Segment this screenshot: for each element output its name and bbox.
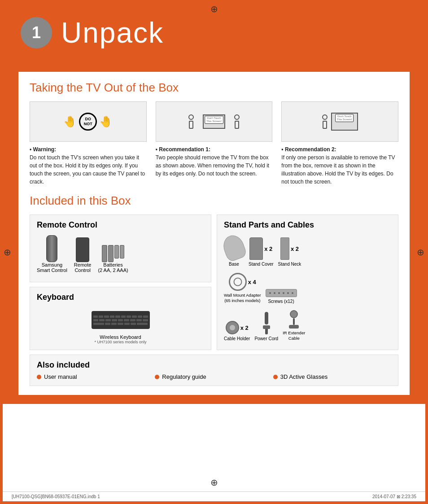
also-included-items: User manual Regulatory guide 3D Active G… [37,373,391,380]
batteries-label: Batteries(2 AA, 2 AAA) [98,262,128,273]
tv-held-illustration: Don't TouchThis Screen! [203,114,225,129]
also-included-title: Also included [37,360,391,370]
hand-right-icon: 🤚 [99,115,113,128]
page-title: Unpack [61,16,164,49]
base-label: Base [229,262,239,267]
stand-row1: Base x 2 Stand Cover [224,235,391,267]
page: ⊕ 1 Unpack Taking the TV Out of the Box … [0,0,428,504]
cable-holder-qty: x 2 [240,324,249,331]
remotes-row: SamsungSmart Control RemoteControl [37,235,204,273]
wall-mount-item: x 4 Wall Mount Adapter(65 inches models) [224,273,261,304]
crosshair-left-icon: ⊕ [4,247,11,258]
power-cord-item: Power Cord [254,312,278,341]
keyboard-note: * UH7100 series models only [94,340,146,344]
main-content: Taking the TV Out of the Box 🤚 DONOT 🤚 [3,63,425,404]
rec2-caption: Recommendation 2: If only one person is … [281,145,398,186]
wall-mount-visual: x 4 [229,273,256,291]
also-included-box: Also included User manual Regulatory gui… [30,355,398,386]
dont-touch-badge1: Don't TouchThis Screen! [205,116,223,124]
keyboard-visual [92,311,150,329]
stand-neck-label: Stand Neck [278,262,301,267]
rec2-title: Recommendation 2: [281,146,336,153]
person1 [188,114,194,129]
batteries-item: Batteries(2 AA, 2 AAA) [98,245,128,273]
screws-item: Screws (x12) [266,289,297,304]
stand-neck-qty: x 2 [291,245,299,252]
keyboard-box: Keyboard [30,287,211,350]
also-item-regulatory-label: Regulatory guide [162,373,206,380]
crosshair-top-icon: ⊕ [210,4,218,14]
power-cord-visual [263,312,270,334]
rec2-text: If only one person is available to remov… [281,154,395,185]
stand-neck-item: x 2 Stand Neck [278,237,301,267]
crosshair-right-icon: ⊕ [417,247,424,258]
warning-text: Do not touch the TV's screen when you ta… [30,154,145,185]
taking-out-section: Taking the TV Out of the Box 🤚 DONOT 🤚 [30,81,398,186]
bullet-icon-regulatory [155,375,159,379]
person3 [322,114,328,129]
keyboard-label: Wireless Keyboard [100,334,141,340]
wall-mount-label: Wall Mount Adapter(65 inches models) [224,293,261,304]
ir-extender-visual [289,310,299,329]
rec1-text: Two people should remove the TV from the… [156,154,269,177]
smart-control-visual [46,235,57,262]
remote-control-box: Remote Control SamsungSmart Control [30,215,211,282]
warning-col: 🤚 DONOT 🤚 Warning: Do not touch the TV's… [30,101,147,186]
boxes-row: Remote Control SamsungSmart Control [30,215,398,350]
screws-label: Screws (x12) [268,299,294,304]
left-col: Remote Control SamsungSmart Control [30,215,211,350]
rec1-caption: Recommendation 1: Two people should remo… [156,145,273,178]
warning-caption: Warning: Do not touch the TV's screen wh… [30,145,147,186]
base-item: Base [224,235,244,267]
power-cord-label: Power Cord [254,336,278,341]
smart-control-label: SamsungSmart Control [37,262,67,273]
stand-cover-item: x 2 Stand Cover [249,237,274,267]
stand-row3: x 2 Cable Holder [224,310,391,342]
step-number: 1 [21,17,52,48]
bullet-icon-manual [37,375,41,379]
remote-control-label: RemoteControl [74,262,92,273]
also-item-glasses: 3D Active Glasses [273,373,391,380]
cable-holder-item: x 2 Cable Holder [224,321,250,341]
remote-control-item: RemoteControl [74,237,92,273]
also-item-manual: User manual [37,373,155,380]
also-item-glasses-label: 3D Active Glasses [280,373,328,380]
ir-extender-label: IR ExtenderCable [283,330,305,342]
warning-title: Warning: [30,146,56,153]
footer: [UH7100-QSG]BN68-05937E-01ENG.indb 1 201… [3,491,425,501]
base-visual [224,235,244,260]
stand-parts-box: Stand Parts and Cables Base [217,215,398,350]
stand-neck-visual: x 2 [280,237,299,260]
content-box: Taking the TV Out of the Box 🤚 DONOT 🤚 [18,72,410,395]
screws-visual [266,289,297,297]
rec1-illustration: Don't TouchThis Screen! [156,101,273,142]
no-touch-circle: DONOT [79,113,97,131]
person2 [234,114,240,129]
cable-holder-visual: x 2 [226,321,249,334]
rec1-title: Recommendation 1: [156,146,210,153]
warning-illustration: 🤚 DONOT 🤚 [30,101,147,142]
bullet-icon-glasses [273,375,278,379]
samsung-smart-control-item: SamsungSmart Control [37,235,67,273]
footer-right: 2014-07-07 ⊠ 2:23:35 [372,494,416,499]
included-title: Included in this Box [30,194,398,208]
stand-cover-label: Stand Cover [249,262,274,267]
remote-control-visual [76,237,89,262]
batteries-visual [102,245,124,262]
cable-holder-label: Cable Holder [224,336,250,341]
included-section: Included in this Box Remote Control Sams… [30,194,398,386]
stand-row2: x 4 Wall Mount Adapter(65 inches models) [224,273,391,304]
stand-parts-title: Stand Parts and Cables [224,220,391,230]
stand-cover-qty: x 2 [264,245,272,252]
rec2-col: Don't TouchThis Screen! Recommendation 2… [281,101,398,186]
hand-left-icon: 🤚 [63,115,77,128]
crosshair-bottom-icon: ⊕ [210,477,218,488]
tv-held2-illustration: Don't TouchThis Screen! [331,113,358,131]
rec1-col: Don't TouchThis Screen! Recommendatio [156,101,273,186]
footer-left: [UH7100-QSG]BN68-05937E-01ENG.indb 1 [12,494,100,499]
right-col: Stand Parts and Cables Base [217,215,398,350]
rec2-illustration: Don't TouchThis Screen! [281,101,398,142]
unbox-illustrations: 🤚 DONOT 🤚 Warning: Do not touch the TV's… [30,101,398,186]
also-item-regulatory: Regulatory guide [155,373,273,380]
keyboard-title: Keyboard [37,293,204,302]
